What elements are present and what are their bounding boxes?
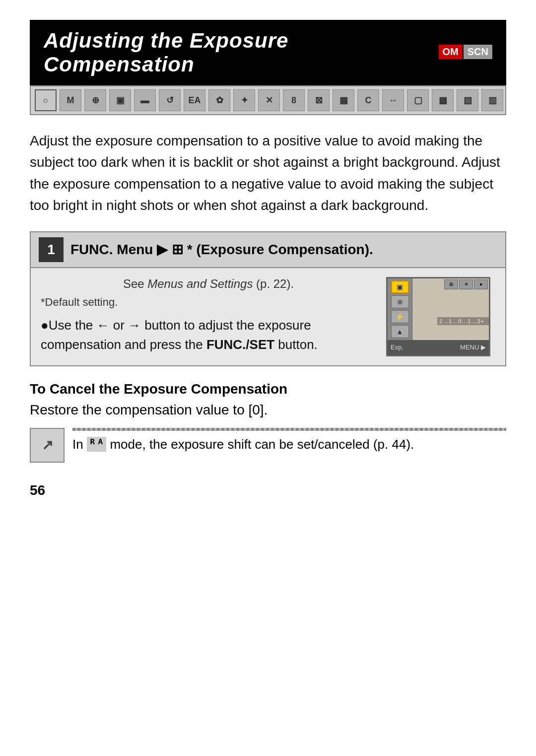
badge-scn: SCN: [464, 45, 492, 59]
camera-exposure-row: 2…1…0…1…2+: [437, 317, 489, 325]
cam-top-icon-1: ⊞: [444, 279, 458, 289]
step-title: FUNC. Menu ▶ ⊞ * (Exposure Compensation)…: [70, 241, 373, 258]
step-number: 1: [39, 237, 64, 262]
strip-icon-15: ↔: [382, 89, 404, 111]
page-number: 56: [30, 482, 506, 498]
strip-icon-19: ▥: [481, 89, 503, 111]
note-text: In ᴿᴬ mode, the exposure shift can be se…: [72, 435, 506, 454]
strip-icon-8: ✿: [208, 89, 230, 111]
menu-label: MENU ▶: [460, 344, 486, 351]
title-section: Adjusting the Exposure Compensation OM S…: [30, 20, 506, 85]
exp-label: Exp.: [391, 344, 403, 351]
mode-badges: OM SCN: [439, 45, 492, 61]
strip-icon-14: C: [357, 89, 379, 111]
cancel-section: To Cancel the Exposure Compensation Rest…: [30, 381, 506, 418]
strip-icon-7: EA: [184, 89, 205, 111]
cam-icon-1: ▣: [391, 280, 409, 293]
camera-main-area: ⊞ ☀ ● 2…1…0…1…2+: [412, 278, 489, 340]
strip-icon-11: 8: [283, 89, 305, 111]
strip-icon-3: ⊕: [84, 89, 106, 111]
func-menu-label: FUNC. Menu: [70, 242, 153, 257]
arrow-icon: ▶: [157, 242, 168, 257]
strip-icon-17: ▩: [432, 89, 454, 111]
star-label: *: [187, 242, 193, 257]
camera-sidebar: ▣ ⊕ ⚡ ▲: [388, 278, 412, 340]
strip-icon-1: ○: [35, 89, 57, 111]
strip-icon-10: ✕: [258, 89, 280, 111]
strip-icon-9: ✦: [233, 89, 255, 111]
badge-om: OM: [439, 45, 463, 59]
mode-icon-strip: ○ M ⊕ ▣ ▬ ↺ EA ✿ ✦ ✕ 8 ⊠ ▦ C ↔ ▢ ▩ ▧ ▥: [30, 85, 506, 115]
strip-icon-18: ▧: [457, 89, 478, 111]
note-row: ↗ In ᴿᴬ mode, the exposure shift can be …: [30, 428, 506, 463]
cam-icon-2: ⊕: [391, 295, 409, 308]
strip-icon-13: ▦: [333, 89, 354, 111]
strip-icon-12: ⊠: [308, 89, 330, 111]
step-instruction: ●Use the ← or → button to adjust the exp…: [41, 316, 376, 354]
step-text-column: See Menus and Settings (p. 22). *Default…: [41, 277, 376, 354]
page-title: Adjusting the Exposure Compensation: [44, 29, 439, 76]
note-icon: ↗: [30, 428, 65, 463]
strip-icon-5: ▬: [134, 89, 156, 111]
step-header: 1 FUNC. Menu ▶ ⊞ * (Exposure Compensatio…: [31, 232, 505, 268]
camera-bottom-bar: Exp. MENU ▶: [388, 340, 489, 355]
step-1-section: 1 FUNC. Menu ▶ ⊞ * (Exposure Compensatio…: [30, 231, 506, 366]
see-reference: See Menus and Settings (p. 22).: [41, 277, 376, 291]
camera-mode-symbol: ᴿᴬ: [87, 437, 106, 452]
note-symbol: ↗: [42, 437, 53, 453]
camera-screen-image: ▣ ⊕ ⚡ ▲ ⊞ ☀ ● 2…1…0…1…2+: [386, 277, 495, 356]
intro-paragraph: Adjust the exposure compensation to a po…: [30, 130, 506, 216]
strip-icon-6: ↺: [159, 89, 181, 111]
cam-icon-3: ⚡: [391, 310, 409, 323]
strip-icon-4: ▣: [109, 89, 131, 111]
cancel-text: Restore the compensation value to [0].: [30, 402, 506, 418]
cancel-title: To Cancel the Exposure Compensation: [30, 381, 506, 397]
strip-icon-2: M: [60, 89, 81, 111]
exposure-label: (Exposure Compensation).: [196, 242, 373, 257]
func-set-label: FUNC./SET: [206, 337, 274, 352]
note-top-bar: [72, 428, 506, 431]
step-body: See Menus and Settings (p. 22). *Default…: [31, 268, 505, 365]
cam-top-icon-3: ●: [474, 279, 488, 289]
note-content: In ᴿᴬ mode, the exposure shift can be se…: [72, 428, 506, 454]
camera-top-bar: ⊞ ☀ ●: [443, 278, 489, 290]
or-text: or: [113, 318, 125, 333]
cam-icon-4: ▲: [391, 325, 409, 338]
cam-top-icon-2: ☀: [459, 279, 473, 289]
camera-lcd-mockup: ▣ ⊕ ⚡ ▲ ⊞ ☀ ● 2…1…0…1…2+: [386, 277, 490, 356]
exposure-icon: ⊞: [172, 242, 183, 257]
default-setting-note: *Default setting.: [41, 296, 376, 309]
exposure-scale: 2…1…0…1…2+: [439, 318, 484, 324]
strip-icon-16: ▢: [407, 89, 429, 111]
